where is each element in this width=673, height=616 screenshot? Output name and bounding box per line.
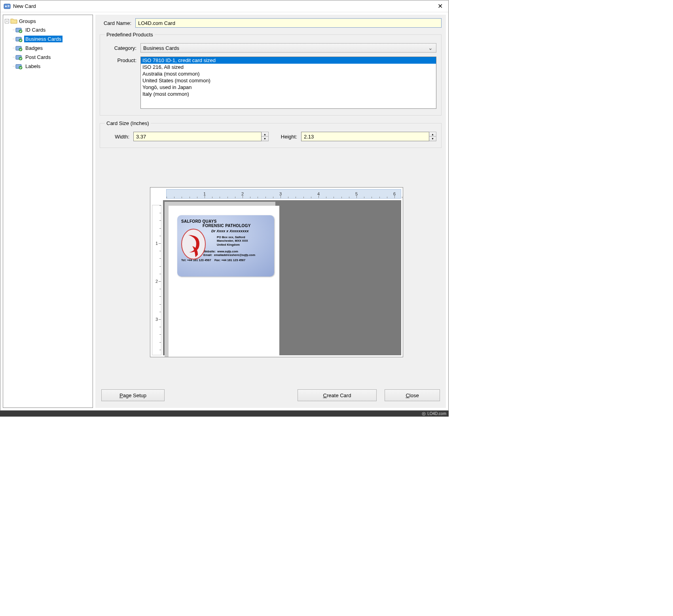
horizontal-ruler: 123456 <box>166 189 401 199</box>
tree-root-row[interactable]: − Groups <box>4 17 92 25</box>
tree-root-label: Groups <box>19 18 36 24</box>
titlebar: New Card ✕ <box>0 0 448 12</box>
card-addr2: Manchester, MXX XXX <box>217 239 270 243</box>
vertical-ruler: 123 <box>152 205 161 355</box>
card-name-label: Card Name: <box>100 20 135 26</box>
card-icon <box>15 63 23 70</box>
card-title3: Dr Xxxx x Xxxxxxxxx <box>211 229 270 233</box>
svg-point-1 <box>5 6 7 7</box>
size-legend: Card Size (Inches) <box>105 120 151 126</box>
category-dropdown[interactable]: Business Cards <box>140 43 436 53</box>
tree-item-label: Labels <box>24 63 42 70</box>
preview-page: SALFORD QUAYS FORENSIC PATHOLOGY Dr Xxxx… <box>169 206 279 357</box>
folder-icon <box>10 18 17 24</box>
card-web-v: www.sqfp.com <box>217 250 238 253</box>
app-icon <box>4 3 11 10</box>
product-option[interactable]: Australia (most common) <box>141 70 436 77</box>
card-email-v: emailaddresshere@sqfp.com <box>214 253 255 257</box>
card-icon <box>15 27 23 33</box>
card-title2: FORENSIC PATHOLOGY <box>203 224 270 228</box>
footer-text: LO4D.com <box>427 411 446 416</box>
card-icon <box>15 54 23 61</box>
tree-item-label: Business Cards <box>24 36 63 42</box>
groups-tree: − Groups ┈ID Cards┈Business Cards┈Badges… <box>3 15 93 408</box>
card-fax-k: Fax: <box>214 258 220 262</box>
product-option[interactable]: United States (most common) <box>141 77 436 84</box>
preview-canvas: SALFORD QUAYS FORENSIC PATHOLOGY Dr Xxxx… <box>163 200 401 355</box>
tree-item-label: Badges <box>24 45 44 51</box>
card-icon <box>15 36 23 42</box>
card-size-fieldset: Card Size (Inches) Width: ▲ ▼ H <box>100 120 442 148</box>
svg-point-16 <box>423 413 425 414</box>
tree-item-badges[interactable]: ┈Badges <box>11 44 92 53</box>
collapse-icon[interactable]: − <box>5 19 9 23</box>
product-option[interactable]: ISO 216, A8 sized <box>141 64 436 70</box>
tree-item-id-cards[interactable]: ┈ID Cards <box>11 25 92 34</box>
product-option[interactable]: Yongō, used in Japan <box>141 84 436 91</box>
predefined-products-fieldset: Predefined Products Category: Business C… <box>100 32 442 116</box>
window-title: New Card <box>13 3 435 9</box>
height-spinner[interactable]: ▲ ▼ <box>301 132 436 141</box>
predefined-legend: Predefined Products <box>105 32 155 38</box>
svg-point-14 <box>182 229 205 259</box>
main-panel: Card Name: Predefined Products Category:… <box>95 15 446 408</box>
category-value: Business Cards <box>143 45 179 51</box>
page-setup-button[interactable]: Page Setup <box>101 389 165 401</box>
card-title1: SALFORD QUAYS <box>181 219 270 224</box>
width-up-icon[interactable]: ▲ <box>262 132 268 137</box>
height-up-icon[interactable]: ▲ <box>429 132 436 137</box>
card-addr3: United Kingdom <box>217 243 270 246</box>
width-down-icon[interactable]: ▼ <box>262 137 268 141</box>
card-preview: 123456 123 SALFORD QUAYS <box>150 187 403 357</box>
tree-item-label: Post Cards <box>24 54 52 61</box>
new-card-dialog: New Card ✕ − Groups ┈ID Cards┈Business C… <box>0 0 449 411</box>
svg-rect-2 <box>8 5 9 6</box>
tree-item-label: ID Cards <box>24 27 47 33</box>
category-label: Category: <box>105 45 140 51</box>
tree-item-labels[interactable]: ┈Labels <box>11 62 92 71</box>
svg-rect-3 <box>8 6 9 7</box>
card-logo-icon <box>180 228 207 260</box>
product-option[interactable]: Italy (most common) <box>141 91 436 97</box>
close-button[interactable]: Close <box>385 389 440 401</box>
footer-watermark: LO4D.com <box>0 411 449 417</box>
product-option[interactable]: ISO 7810 ID-1, credit card sized <box>141 57 436 64</box>
width-input[interactable] <box>133 132 262 141</box>
close-icon[interactable]: ✕ <box>435 2 445 11</box>
width-spinner[interactable]: ▲ ▼ <box>133 132 269 141</box>
height-label: Height: <box>273 134 301 140</box>
height-down-icon[interactable]: ▼ <box>429 137 436 141</box>
product-label: Product: <box>105 57 140 63</box>
product-listbox[interactable]: ISO 7810 ID-1, credit card sizedISO 216,… <box>140 57 436 109</box>
tree-item-post-cards[interactable]: ┈Post Cards <box>11 53 92 62</box>
create-card-button[interactable]: Create Card <box>298 389 377 401</box>
card-addr1: PO Box xxx, Salford <box>217 235 270 239</box>
card-fax-v: +44 161 123 4567 <box>221 258 245 262</box>
card-icon <box>15 45 23 51</box>
width-label: Width: <box>105 134 133 140</box>
footer-icon <box>422 412 426 416</box>
tree-item-business-cards[interactable]: ┈Business Cards <box>11 34 92 44</box>
height-input[interactable] <box>301 132 429 141</box>
preview-card: SALFORD QUAYS FORENSIC PATHOLOGY Dr Xxxx… <box>177 215 274 277</box>
card-name-input[interactable] <box>135 18 442 28</box>
